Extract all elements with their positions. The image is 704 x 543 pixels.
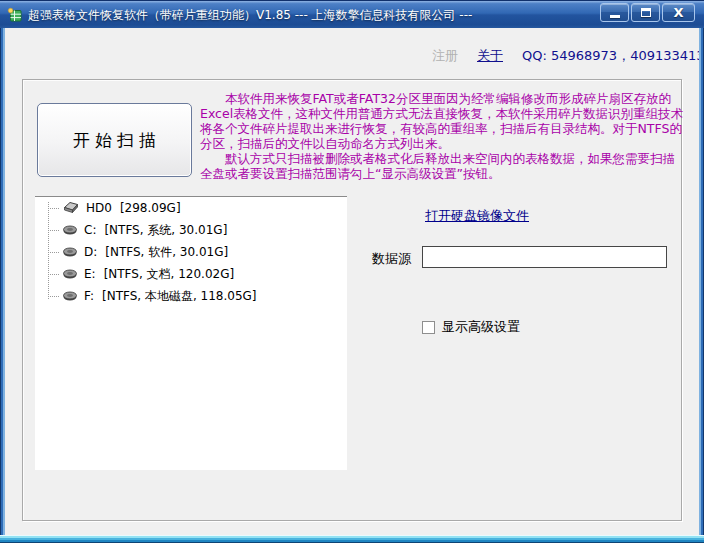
app-window: 超强表格文件恢复软件（带碎片重组功能）V1.85 --- 上海数擎信息科技有限公… <box>0 0 704 543</box>
description-paragraph-1: 本软件用来恢复FAT或者FAT32分区里面因为经常编辑修改而形成碎片扇区存放的E… <box>200 91 684 151</box>
close-icon: X <box>673 6 683 19</box>
description-paragraph-2: 默认方式只扫描被删除或者格式化后释放出来空间内的表格数据，如果您需要扫描全盘或者… <box>200 151 684 181</box>
start-scan-button[interactable]: 开始扫描 <box>37 103 192 177</box>
minimize-button[interactable] <box>600 3 629 22</box>
close-button[interactable]: X <box>662 3 695 22</box>
about-link[interactable]: 关于 <box>477 47 503 65</box>
drive-detail: [NTFS, 本地磁盘, 118.05G] <box>102 288 257 305</box>
maximize-button[interactable] <box>631 3 660 22</box>
drive-tree: HD0 [298.09G] C: [NTFS, 系统, 30.01G] <box>35 196 347 470</box>
drive-detail: [298.09G] <box>120 201 181 215</box>
qq-contact-text: QQ: 54968973，409133413 <box>522 47 704 65</box>
window-controls: X <box>600 3 695 22</box>
minimize-icon <box>610 15 620 18</box>
drive-name: HD0 <box>86 201 112 215</box>
client-area: 注册 关于 QQ: 54968973，409133413 开始扫描 本软件用来恢… <box>5 28 699 535</box>
titlebar[interactable]: 超强表格文件恢复软件（带碎片重组功能）V1.85 --- 上海数擎信息科技有限公… <box>0 0 704 28</box>
partition-disk-icon <box>62 268 78 280</box>
partition-disk-icon <box>62 246 78 258</box>
drive-name: E: <box>84 267 96 281</box>
advanced-settings-row[interactable]: 显示高级设置 <box>422 318 520 336</box>
drive-name: D: <box>84 245 97 259</box>
drive-detail: [NTFS, 软件, 30.01G] <box>105 244 228 261</box>
open-disk-image-link[interactable]: 打开硬盘镜像文件 <box>425 207 529 225</box>
drive-tree-item[interactable]: E: [NTFS, 文档, 120.02G] <box>35 263 347 285</box>
drive-tree-item[interactable]: C: [NTFS, 系统, 30.01G] <box>35 219 347 241</box>
advanced-settings-checkbox[interactable] <box>422 321 435 334</box>
drive-name: C: <box>84 223 96 237</box>
header-links: 注册 关于 QQ: 54968973，409133413 <box>432 47 704 65</box>
drive-detail: [NTFS, 文档, 120.02G] <box>104 266 235 283</box>
data-source-input[interactable] <box>422 246 667 268</box>
data-source-label: 数据源 <box>372 250 411 268</box>
drive-detail: [NTFS, 系统, 30.01G] <box>104 222 227 239</box>
partition-disk-icon <box>62 290 78 302</box>
window-title: 超强表格文件恢复软件（带碎片重组功能）V1.85 --- 上海数擎信息科技有限公… <box>28 1 472 29</box>
window-border-bottom <box>0 535 704 543</box>
app-icon <box>7 7 23 23</box>
advanced-settings-label: 显示高级设置 <box>442 318 520 336</box>
partition-disk-icon <box>62 224 78 236</box>
window-border-right <box>699 28 704 543</box>
drive-tree-item[interactable]: F: [NTFS, 本地磁盘, 118.05G] <box>35 285 347 307</box>
maximize-icon <box>641 8 651 17</box>
hard-disk-icon <box>62 201 80 215</box>
drive-tree-item[interactable]: D: [NTFS, 软件, 30.01G] <box>35 241 347 263</box>
description-text: 本软件用来恢复FAT或者FAT32分区里面因为经常编辑修改而形成碎片扇区存放的E… <box>200 91 684 181</box>
drive-tree-item[interactable]: HD0 [298.09G] <box>35 197 347 219</box>
window-border-left <box>0 28 5 543</box>
drive-name: F: <box>84 289 94 303</box>
register-link[interactable]: 注册 <box>432 47 458 65</box>
